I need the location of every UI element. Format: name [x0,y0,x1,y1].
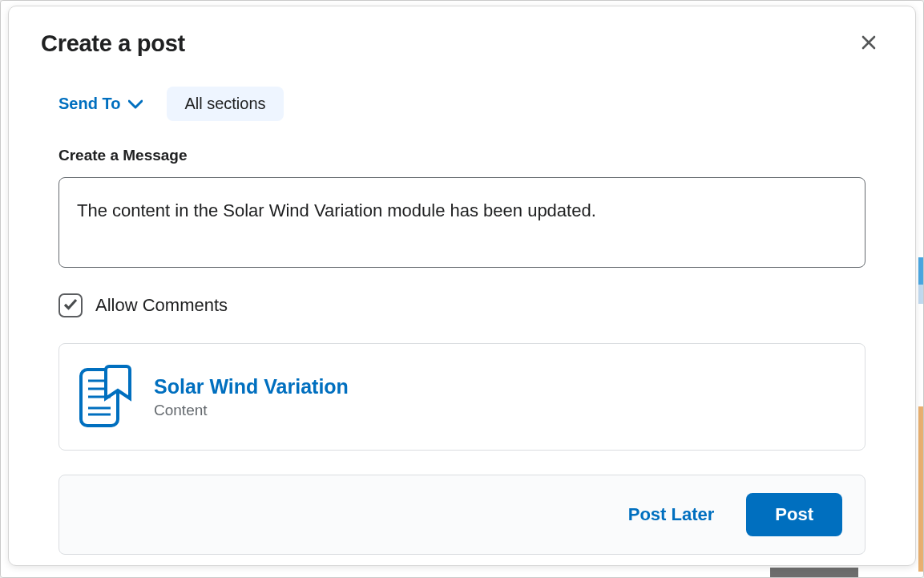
bg-accent [918,285,923,304]
close-icon [861,34,877,53]
post-button[interactable]: Post [746,493,842,536]
content-module-icon [79,362,131,432]
chevron-down-icon [128,95,143,113]
recipient-chip[interactable]: All sections [167,87,283,121]
send-to-row: Send To All sections [59,87,865,121]
message-label: Create a Message [59,147,865,164]
attachment-text: Solar Wind Variation Content [154,375,349,419]
post-later-button[interactable]: Post Later [625,498,718,532]
allow-comments-label: Allow Comments [95,295,228,316]
check-icon [63,298,78,313]
attachment-title: Solar Wind Variation [154,375,349,398]
action-bar: Post Later Post [59,475,865,555]
bg-accent [918,257,923,285]
close-button[interactable] [854,29,883,58]
create-post-dialog: Create a post Send To All sections Creat… [8,6,916,566]
attachment-card[interactable]: Solar Wind Variation Content [59,343,865,451]
bg-accent [918,406,923,572]
dialog-body: Send To All sections Create a Message Al… [41,87,883,555]
app-frame: Create a post Send To All sections Creat… [0,0,924,578]
dialog-title: Create a post [41,30,185,57]
message-input[interactable] [59,177,865,268]
dialog-header: Create a post [41,29,883,58]
send-to-dropdown[interactable]: Send To [59,91,143,116]
send-to-label: Send To [59,95,120,113]
attachment-type: Content [154,402,349,419]
allow-comments-checkbox[interactable] [59,293,83,317]
allow-comments-row: Allow Comments [59,293,865,317]
bg-accent [770,568,858,577]
